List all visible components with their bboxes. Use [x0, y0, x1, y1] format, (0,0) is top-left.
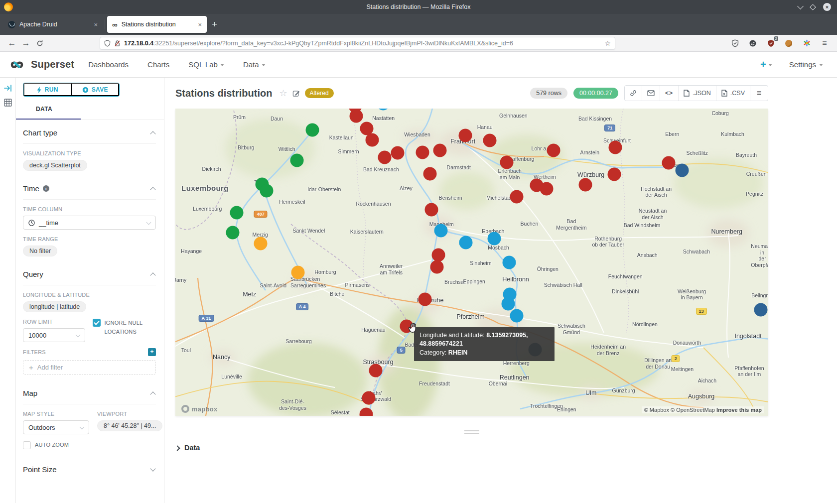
tab-close-icon[interactable]: × — [94, 21, 98, 28]
tab-apache-druid[interactable]: Apache Druid × — [3, 16, 103, 33]
station-point[interactable] — [418, 293, 431, 306]
ignore-null-checkbox[interactable] — [93, 319, 101, 327]
nav-dashboards[interactable]: Dashboards — [88, 60, 129, 69]
dataset-grid-icon[interactable] — [4, 99, 12, 107]
auto-zoom-checkbox[interactable] — [23, 441, 31, 449]
section-time[interactable]: Timei — [23, 176, 156, 200]
superset-brand[interactable]: Superset — [7, 58, 74, 71]
favorite-star-icon[interactable]: ☆ — [279, 88, 287, 99]
station-point[interactable] — [547, 143, 560, 157]
auto-zoom-block[interactable]: AUTO ZOOM — [23, 441, 89, 450]
settings-menu[interactable]: Settings — [789, 60, 823, 69]
chart-menu-button[interactable]: ≡ — [750, 86, 768, 101]
improve-map-link[interactable]: Improve this map — [716, 407, 762, 413]
viz-type-value[interactable]: deck.gl Scatterplot — [23, 160, 87, 171]
run-button[interactable]: RUN — [23, 83, 72, 96]
station-point[interactable] — [226, 226, 240, 240]
url-bar[interactable]: 172.18.0.4:32251/superset/explore/?form_… — [100, 37, 615, 50]
maximize-icon[interactable] — [810, 4, 816, 10]
nav-sql-lab[interactable]: SQL Lab — [188, 60, 224, 69]
station-point[interactable] — [434, 224, 448, 237]
close-icon[interactable]: × — [823, 3, 831, 11]
ignore-null-block[interactable]: IGNORE NULL LOCATIONS — [93, 319, 156, 342]
bookmark-star-icon[interactable]: ☆ — [604, 39, 611, 47]
forward-button[interactable]: → — [19, 37, 33, 50]
station-point[interactable] — [391, 146, 405, 159]
tab-stations-distribution[interactable]: ∞ Stations distribution × — [107, 16, 207, 33]
station-point[interactable] — [458, 129, 472, 142]
station-point[interactable] — [510, 309, 524, 322]
station-point[interactable] — [510, 190, 524, 204]
embed-code-button[interactable]: <> — [660, 86, 679, 101]
section-point-size[interactable]: Point Size — [23, 457, 156, 480]
menu-icon[interactable]: ≡ — [820, 39, 829, 48]
edit-properties-icon[interactable] — [292, 90, 300, 97]
lonlat-value[interactable]: longitude | latitude — [23, 301, 86, 312]
shield-check-icon[interactable] — [730, 39, 739, 48]
section-map[interactable]: Map — [23, 380, 156, 404]
station-point[interactable] — [349, 109, 363, 123]
station-point[interactable] — [502, 256, 516, 269]
station-point[interactable] — [662, 156, 676, 170]
station-point[interactable] — [425, 203, 438, 216]
station-point[interactable] — [501, 297, 515, 310]
time-column-select[interactable]: __time — [23, 216, 156, 230]
nav-charts[interactable]: Charts — [147, 60, 169, 69]
station-point[interactable] — [483, 134, 496, 147]
station-point[interactable] — [500, 155, 514, 169]
station-point[interactable] — [754, 303, 767, 317]
new-tab-button[interactable]: + — [212, 19, 217, 30]
station-point[interactable] — [433, 143, 446, 157]
station-point[interactable] — [362, 391, 375, 405]
add-filter-button[interactable]: + — [148, 348, 156, 356]
station-point[interactable] — [378, 151, 392, 164]
time-range-value[interactable]: No filter — [23, 246, 57, 256]
export-csv-button[interactable]: .CSV — [716, 86, 750, 101]
station-point[interactable] — [488, 232, 501, 245]
export-json-button[interactable]: .JSON — [679, 86, 716, 101]
station-point[interactable] — [432, 248, 445, 261]
station-point[interactable] — [607, 168, 621, 181]
viewport-value[interactable]: 8° 46' 45.28" | 49... — [97, 420, 162, 431]
email-button[interactable] — [642, 86, 660, 101]
tab-data[interactable]: DATA — [23, 104, 52, 116]
add-filter-dropzone[interactable]: + Add filter — [23, 360, 156, 375]
data-panel-header[interactable]: Data — [175, 444, 768, 452]
deckgl-scatter-map[interactable]: PrümDaunNastättenGelnhausenBad Kissingen… — [175, 109, 768, 416]
mapbox-logo[interactable]: mapbox — [181, 405, 218, 413]
station-point[interactable] — [230, 206, 243, 220]
new-chart-button[interactable]: + — [760, 59, 772, 70]
station-point[interactable] — [676, 164, 689, 177]
station-point[interactable] — [459, 236, 473, 250]
expand-dataset-panel-icon[interactable] — [4, 85, 12, 92]
station-point[interactable] — [540, 182, 553, 196]
section-query[interactable]: Query — [23, 261, 156, 285]
station-point[interactable] — [291, 265, 305, 279]
station-point[interactable] — [430, 260, 443, 273]
station-point[interactable] — [260, 184, 274, 197]
section-chart-type[interactable]: Chart type — [23, 120, 156, 144]
cookie-icon[interactable] — [784, 39, 793, 48]
panel-resize-handle[interactable] — [175, 430, 768, 434]
station-point[interactable] — [254, 237, 268, 250]
back-button[interactable]: ← — [5, 37, 19, 50]
station-point[interactable] — [608, 140, 622, 154]
container-mask-icon[interactable] — [748, 39, 757, 48]
station-point[interactable] — [369, 364, 383, 378]
station-point[interactable] — [423, 167, 436, 180]
row-limit-select[interactable]: 10000 — [23, 328, 85, 342]
map-style-select[interactable]: Outdoors — [23, 420, 89, 434]
tab-close-icon[interactable]: × — [198, 21, 202, 28]
ublock-icon[interactable]: 2 — [766, 39, 775, 48]
station-point[interactable] — [366, 133, 379, 146]
station-point[interactable] — [305, 124, 319, 137]
extension-pinwheel-icon[interactable] — [802, 39, 811, 48]
minimize-icon[interactable] — [797, 3, 804, 9]
station-point[interactable] — [416, 146, 429, 159]
altered-badge[interactable]: Altered — [305, 88, 334, 98]
share-link-button[interactable] — [625, 86, 642, 101]
nav-data[interactable]: Data — [243, 60, 266, 69]
reload-button[interactable] — [33, 37, 47, 50]
station-point[interactable] — [290, 154, 303, 167]
station-point[interactable] — [579, 178, 592, 192]
